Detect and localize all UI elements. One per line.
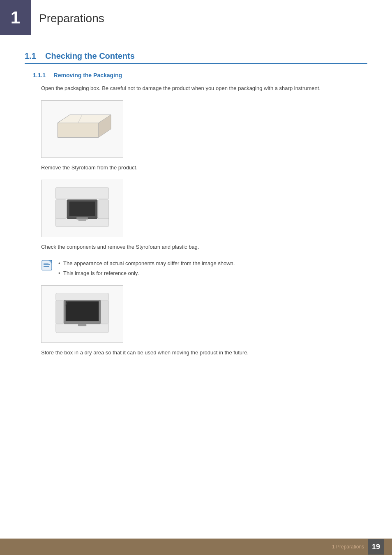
section-1-1-1: 1.1.1 Removing the Packaging Open the pa…: [33, 72, 367, 357]
chapter-number: 1: [11, 8, 20, 28]
image-box-1: [41, 100, 123, 158]
section-1-1-label: Checking the Contents: [45, 51, 135, 60]
note-area: The appearance of actual components may …: [41, 259, 367, 278]
svg-rect-26: [78, 324, 87, 326]
svg-marker-0: [58, 123, 99, 137]
svg-rect-12: [55, 199, 66, 218]
note-icon: [41, 259, 53, 271]
chapter-number-box: 1: [0, 0, 31, 35]
chapter-header: 1 Preparations: [0, 0, 392, 35]
note-bullets: The appearance of actual components may …: [57, 259, 235, 278]
paragraph-4: Store the box in a dry area so that it c…: [41, 349, 367, 357]
paragraph-1: Open the packaging box. Be careful not t…: [41, 84, 367, 93]
section-1-1-number: 1.1: [25, 51, 36, 60]
footer-chapter-ref: 1 Preparations: [332, 544, 364, 550]
box-svg-1: [45, 104, 119, 154]
section-1-1-1-title: 1.1.1 Removing the Packaging: [33, 72, 367, 79]
section-1-1: 1.1 Checking the Contents 1.1.1 Removing…: [25, 51, 367, 357]
image-box-2: [41, 180, 123, 237]
svg-rect-13: [98, 199, 109, 218]
page-footer: 1 Preparations 19: [0, 539, 392, 555]
svg-rect-9: [69, 201, 95, 216]
note-bullet-1: The appearance of actual components may …: [57, 259, 235, 268]
note-bullet-2: This image is for reference only.: [57, 268, 235, 278]
svg-rect-22: [56, 293, 109, 301]
section-1-1-1-number: 1.1.1: [33, 72, 46, 79]
chapter-title: Preparations: [39, 12, 104, 25]
box-svg-2: [45, 184, 119, 233]
main-content: 1.1 Checking the Contents 1.1.1 Removing…: [0, 51, 392, 402]
section-1-1-title: 1.1 Checking the Contents: [25, 51, 367, 64]
section-1-1-1-label: Removing the Packaging: [54, 72, 122, 79]
svg-rect-21: [101, 300, 108, 324]
paragraph-3: Check the components and remove the Styr…: [41, 243, 367, 252]
footer-page-number: 19: [368, 539, 384, 555]
svg-rect-11: [78, 219, 86, 221]
box-svg-3: [45, 289, 119, 339]
svg-rect-24: [66, 301, 99, 321]
chapter-title-area: Preparations: [31, 0, 104, 35]
svg-rect-20: [56, 300, 64, 324]
svg-rect-7: [55, 187, 108, 199]
paragraph-2: Remove the Styrofoam from the product.: [41, 164, 367, 172]
image-box-3: [41, 285, 123, 343]
